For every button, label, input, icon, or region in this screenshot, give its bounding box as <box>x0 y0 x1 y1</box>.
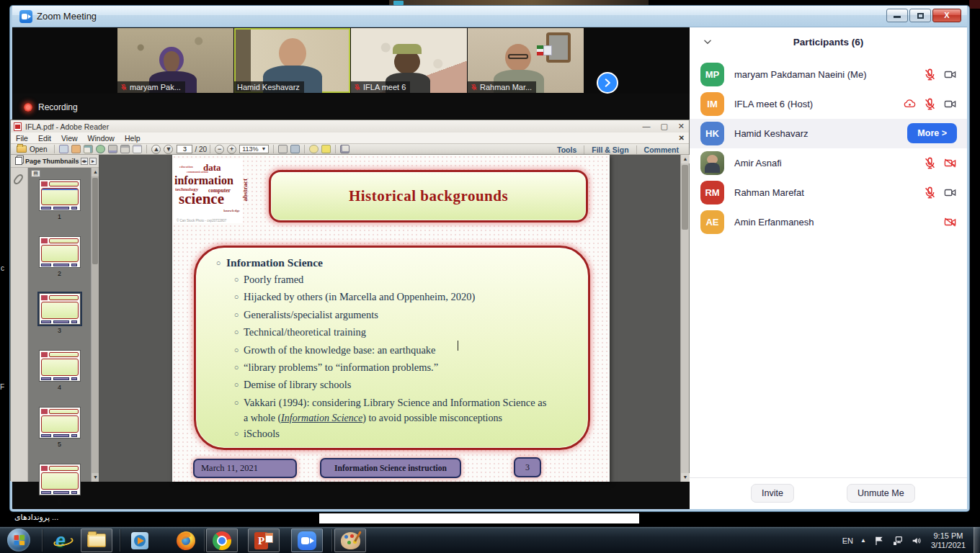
chrome-icon[interactable] <box>206 529 238 552</box>
thumbnails-scrollbar[interactable]: ▲ ▼ <box>91 168 99 482</box>
show-hidden-icons-button[interactable]: ▲ <box>860 537 866 544</box>
print-icon[interactable] <box>120 145 130 153</box>
page-thumbnails-header[interactable]: Page Thumbnails ◂▸ ▸ <box>11 155 99 168</box>
zoom-camera-icon <box>19 10 32 23</box>
zoom-titlebar[interactable]: Zoom Meeting X <box>12 6 967 27</box>
zoom-out-button[interactable]: − <box>215 145 224 154</box>
zoom-minimize-button[interactable] <box>886 9 908 22</box>
unmute-me-button[interactable]: Unmute Me <box>847 484 915 503</box>
participant-row[interactable]: IM IFLA meet 6 (Host) <box>690 89 967 119</box>
scroll-down-icon[interactable]: ▼ <box>681 473 690 482</box>
zoom-taskbar-icon[interactable] <box>291 529 323 552</box>
menu-help[interactable]: Help <box>120 134 146 143</box>
next-videos-button[interactable] <box>597 72 618 94</box>
tools-tab[interactable]: Tools <box>550 145 584 154</box>
send-cloud-icon[interactable] <box>96 145 105 153</box>
previous-page-button[interactable]: ▲ <box>151 145 161 154</box>
participant-row[interactable]: Amir Asnafi <box>690 148 967 178</box>
show-desktop-button[interactable] <box>974 527 980 553</box>
highlighter-icon[interactable] <box>321 145 331 153</box>
participant-row[interactable]: AE Amin Erfanmanesh <box>690 207 967 237</box>
participant-name: Amir Asnafi <box>734 158 782 168</box>
reader-toolbar: Open ▲ ▼ / 20 − + 113%▼ <box>11 143 689 155</box>
next-page-button[interactable]: ▼ <box>164 145 173 154</box>
thumbnail-options-icon[interactable]: ▤ <box>31 170 40 177</box>
thumbnail-item[interactable]: 6 <box>28 464 91 505</box>
powerpoint-icon[interactable]: P <box>248 529 280 552</box>
thumbnail-item[interactable]: 5 <box>28 407 91 448</box>
avatar: RM <box>700 181 724 204</box>
sign-pen-icon[interactable] <box>84 145 93 153</box>
camera-off-icon <box>943 156 957 170</box>
participant-row[interactable]: HK Hamid Keshavarz More > <box>690 119 967 148</box>
zoom-level-select[interactable]: 113%▼ <box>239 145 269 153</box>
video-tile-ifla[interactable]: IFLA meet 6 <box>351 28 467 93</box>
network-icon[interactable] <box>892 535 904 547</box>
thumbnail-item[interactable]: 4 <box>28 350 91 391</box>
paint-icon[interactable] <box>334 529 366 552</box>
invite-button[interactable]: Invite <box>751 484 794 503</box>
reader-restore-button[interactable]: ▢ <box>660 122 667 131</box>
menu-window[interactable]: Window <box>83 134 120 143</box>
thumbnail-item[interactable]: 2 <box>28 236 91 277</box>
zoom-in-button[interactable]: + <box>227 145 236 154</box>
zoom-restore-button[interactable] <box>909 9 931 22</box>
clock-date: 3/11/2021 <box>931 541 966 550</box>
thumbnail-page-number: 2 <box>58 270 61 277</box>
more-button[interactable]: More > <box>907 123 957 143</box>
slide-title: Historical backgrounds <box>349 187 508 205</box>
camera-on-icon <box>943 186 957 199</box>
fill-sign-tab[interactable]: Fill & Sign <box>584 145 636 154</box>
page-number-input[interactable] <box>177 145 192 153</box>
internet-explorer-icon[interactable]: e <box>45 529 76 552</box>
action-center-flag-icon[interactable] <box>873 535 885 547</box>
fullscreen-icon[interactable] <box>340 145 349 153</box>
participant-row[interactable]: MP maryam Pakdaman Naeini (Me) <box>690 60 967 89</box>
comment-bubble-icon[interactable] <box>309 145 318 153</box>
participant-row[interactable]: RM Rahman Marefat <box>690 178 967 207</box>
save-cloud-icon[interactable] <box>59 145 68 153</box>
sidebar-options-button[interactable]: ◂▸ <box>81 158 88 165</box>
thumbnail-page-number: 6 <box>58 498 61 505</box>
save-icon[interactable] <box>108 145 117 153</box>
zoom-close-button[interactable]: X <box>932 9 961 22</box>
language-indicator[interactable]: EN <box>842 536 853 545</box>
media-player-icon[interactable] <box>124 529 156 552</box>
slide-bullet-vakkari: Vakkari (1994): considering Library Scie… <box>244 394 546 411</box>
scrolling-mode-icon[interactable] <box>278 145 288 153</box>
reader-minimize-button[interactable]: — <box>642 122 650 131</box>
fit-page-icon[interactable] <box>290 145 300 153</box>
email-icon[interactable] <box>133 145 142 153</box>
reader-titlebar[interactable]: IFLA.pdf - Adobe Reader — ▢ ✕ <box>11 120 689 132</box>
menu-edit[interactable]: Edit <box>33 134 56 143</box>
video-tile-maryam[interactable]: maryam Pak... <box>117 28 233 93</box>
reader-close-button[interactable]: ✕ <box>678 122 685 131</box>
toolbar-close-icon[interactable]: ✕ <box>679 134 685 142</box>
document-scrollbar[interactable]: ▲ ▼ <box>680 155 689 482</box>
clock[interactable]: 9:15 PM 3/11/2021 <box>931 531 966 550</box>
slide-footer-title: Information Science instruction <box>320 458 461 478</box>
avatar: IM <box>700 92 724 116</box>
camera-on-icon <box>943 68 957 81</box>
menu-file[interactable]: File <box>11 134 33 143</box>
start-button[interactable] <box>7 529 30 552</box>
pdf-icon <box>14 122 22 131</box>
scroll-up-icon[interactable]: ▲ <box>681 155 690 163</box>
document-page[interactable]: education data communication information… <box>172 155 610 482</box>
video-tile-rahman[interactable]: Rahman Mar... <box>468 28 584 93</box>
file-explorer-icon[interactable] <box>81 529 112 552</box>
sidebar-collapse-button[interactable]: ▸ <box>89 158 97 165</box>
thumbnail-item-selected[interactable]: 3 <box>28 293 91 334</box>
video-tile-name: IFLA meet 6 <box>363 83 406 91</box>
firefox-icon[interactable] <box>170 529 202 552</box>
thumbnail-item[interactable]: 1 <box>28 179 91 220</box>
comment-tab[interactable]: Comment <box>636 145 686 154</box>
adobe-reader-window: IFLA.pdf - Adobe Reader — ▢ ✕ File Edit … <box>10 120 690 481</box>
volume-icon[interactable] <box>911 535 922 547</box>
open-button[interactable]: Open <box>11 145 51 153</box>
reader-menubar: File Edit View Window Help ✕ <box>11 132 689 143</box>
menu-view[interactable]: View <box>56 134 83 143</box>
export-icon[interactable] <box>71 145 81 153</box>
attachments-icon[interactable] <box>12 173 24 186</box>
video-tile-hamid[interactable]: Hamid Keshavarz <box>234 28 350 93</box>
